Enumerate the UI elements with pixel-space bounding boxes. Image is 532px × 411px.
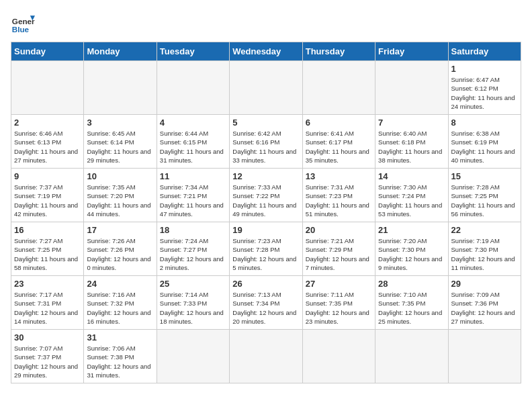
page-header: General Blue xyxy=(11,11,521,35)
day-info: Sunrise: 7:14 AM Sunset: 7:33 PM Dayligh… xyxy=(160,290,226,326)
day-cell: 6Sunrise: 6:41 AM Sunset: 6:17 PM Daylig… xyxy=(302,115,375,169)
day-cell: 19Sunrise: 7:23 AM Sunset: 7:28 PM Dayli… xyxy=(230,222,302,276)
day-info: Sunrise: 7:30 AM Sunset: 7:24 PM Dayligh… xyxy=(378,183,445,218)
day-number: 24 xyxy=(87,279,153,289)
day-cell: 26Sunrise: 7:13 AM Sunset: 7:34 PM Dayli… xyxy=(230,276,302,330)
day-info: Sunrise: 6:38 AM Sunset: 6:19 PM Dayligh… xyxy=(451,129,518,165)
day-number: 14 xyxy=(378,171,445,181)
day-cell: 18Sunrise: 7:24 AM Sunset: 7:27 PM Dayli… xyxy=(157,222,229,276)
day-cell: 16Sunrise: 7:27 AM Sunset: 7:25 PM Dayli… xyxy=(11,222,84,276)
day-info: Sunrise: 7:28 AM Sunset: 7:25 PM Dayligh… xyxy=(451,183,518,218)
day-cell: 15Sunrise: 7:28 AM Sunset: 7:25 PM Dayli… xyxy=(448,169,521,222)
day-cell: 17Sunrise: 7:26 AM Sunset: 7:26 PM Dayli… xyxy=(84,222,157,276)
day-cell xyxy=(302,330,375,383)
day-cell: 20Sunrise: 7:21 AM Sunset: 7:29 PM Dayli… xyxy=(302,222,375,276)
day-cell: 10Sunrise: 7:35 AM Sunset: 7:20 PM Dayli… xyxy=(84,169,157,222)
day-info: Sunrise: 7:24 AM Sunset: 7:27 PM Dayligh… xyxy=(160,236,226,272)
day-number: 5 xyxy=(232,118,299,128)
day-cell: 23Sunrise: 7:17 AM Sunset: 7:31 PM Dayli… xyxy=(11,276,84,330)
day-cell: 12Sunrise: 7:33 AM Sunset: 7:22 PM Dayli… xyxy=(230,169,302,222)
day-cell: 5Sunrise: 6:42 AM Sunset: 6:16 PM Daylig… xyxy=(230,115,302,169)
day-cell xyxy=(157,61,229,115)
day-cell xyxy=(448,330,521,383)
day-number: 4 xyxy=(160,118,226,128)
day-number: 21 xyxy=(378,225,445,235)
day-cell xyxy=(11,61,84,115)
day-number: 17 xyxy=(87,225,153,235)
day-cell xyxy=(230,330,302,383)
day-number: 10 xyxy=(87,171,153,181)
day-info: Sunrise: 6:40 AM Sunset: 6:18 PM Dayligh… xyxy=(378,129,445,165)
day-info: Sunrise: 6:46 AM Sunset: 6:13 PM Dayligh… xyxy=(14,129,81,165)
logo: General Blue xyxy=(11,11,35,35)
day-info: Sunrise: 7:21 AM Sunset: 7:29 PM Dayligh… xyxy=(306,236,372,272)
day-info: Sunrise: 7:27 AM Sunset: 7:25 PM Dayligh… xyxy=(14,236,81,272)
weekday-header-saturday: Saturday xyxy=(448,42,521,61)
day-cell: 14Sunrise: 7:30 AM Sunset: 7:24 PM Dayli… xyxy=(375,169,448,222)
day-cell xyxy=(302,61,375,115)
week-row-1: 1Sunrise: 6:47 AM Sunset: 6:12 PM Daylig… xyxy=(11,61,521,115)
day-cell: 7Sunrise: 6:40 AM Sunset: 6:18 PM Daylig… xyxy=(375,115,448,169)
week-row-3: 9Sunrise: 7:37 AM Sunset: 7:19 PM Daylig… xyxy=(11,169,521,222)
svg-text:Blue: Blue xyxy=(12,25,30,34)
day-cell xyxy=(375,330,448,383)
day-number: 28 xyxy=(378,279,445,289)
day-info: Sunrise: 7:16 AM Sunset: 7:32 PM Dayligh… xyxy=(87,290,153,326)
day-number: 19 xyxy=(232,225,299,235)
day-cell: 27Sunrise: 7:11 AM Sunset: 7:35 PM Dayli… xyxy=(302,276,375,330)
day-info: Sunrise: 7:33 AM Sunset: 7:22 PM Dayligh… xyxy=(232,183,299,218)
day-number: 15 xyxy=(451,171,518,181)
day-number: 9 xyxy=(14,171,81,181)
day-info: Sunrise: 7:13 AM Sunset: 7:34 PM Dayligh… xyxy=(232,290,299,326)
day-number: 29 xyxy=(451,279,518,289)
logo-icon: General Blue xyxy=(11,11,35,35)
day-number: 27 xyxy=(306,279,372,289)
day-info: Sunrise: 7:11 AM Sunset: 7:35 PM Dayligh… xyxy=(306,290,372,326)
day-cell: 24Sunrise: 7:16 AM Sunset: 7:32 PM Dayli… xyxy=(84,276,157,330)
day-info: Sunrise: 6:45 AM Sunset: 6:14 PM Dayligh… xyxy=(87,129,153,165)
day-info: Sunrise: 7:07 AM Sunset: 7:37 PM Dayligh… xyxy=(14,344,81,379)
day-info: Sunrise: 7:17 AM Sunset: 7:31 PM Dayligh… xyxy=(14,290,81,326)
calendar-table: SundayMondayTuesdayWednesdayThursdayFrid… xyxy=(11,42,521,383)
day-number: 23 xyxy=(14,279,81,289)
week-row-5: 23Sunrise: 7:17 AM Sunset: 7:31 PM Dayli… xyxy=(11,276,521,330)
day-info: Sunrise: 7:23 AM Sunset: 7:28 PM Dayligh… xyxy=(232,236,299,272)
day-info: Sunrise: 6:44 AM Sunset: 6:15 PM Dayligh… xyxy=(160,129,226,165)
day-info: Sunrise: 7:06 AM Sunset: 7:38 PM Dayligh… xyxy=(87,344,153,379)
day-number: 25 xyxy=(160,279,226,289)
day-cell xyxy=(230,61,302,115)
weekday-header-tuesday: Tuesday xyxy=(157,42,229,61)
day-number: 2 xyxy=(14,118,81,128)
day-cell: 29Sunrise: 7:09 AM Sunset: 7:36 PM Dayli… xyxy=(448,276,521,330)
weekday-header-row: SundayMondayTuesdayWednesdayThursdayFrid… xyxy=(11,42,521,61)
day-info: Sunrise: 7:34 AM Sunset: 7:21 PM Dayligh… xyxy=(160,183,226,218)
weekday-header-thursday: Thursday xyxy=(302,42,375,61)
weekday-header-wednesday: Wednesday xyxy=(230,42,302,61)
day-cell: 31Sunrise: 7:06 AM Sunset: 7:38 PM Dayli… xyxy=(84,330,157,383)
day-cell: 30Sunrise: 7:07 AM Sunset: 7:37 PM Dayli… xyxy=(11,330,84,383)
day-cell: 11Sunrise: 7:34 AM Sunset: 7:21 PM Dayli… xyxy=(157,169,229,222)
day-number: 13 xyxy=(306,171,372,181)
day-cell: 28Sunrise: 7:10 AM Sunset: 7:35 PM Dayli… xyxy=(375,276,448,330)
day-info: Sunrise: 6:47 AM Sunset: 6:12 PM Dayligh… xyxy=(451,75,518,111)
day-cell: 21Sunrise: 7:20 AM Sunset: 7:30 PM Dayli… xyxy=(375,222,448,276)
day-info: Sunrise: 7:10 AM Sunset: 7:35 PM Dayligh… xyxy=(378,290,445,326)
week-row-4: 16Sunrise: 7:27 AM Sunset: 7:25 PM Dayli… xyxy=(11,222,521,276)
day-number: 22 xyxy=(451,225,518,235)
day-info: Sunrise: 6:41 AM Sunset: 6:17 PM Dayligh… xyxy=(306,129,372,165)
day-number: 7 xyxy=(378,118,445,128)
weekday-header-friday: Friday xyxy=(375,42,448,61)
day-cell: 1Sunrise: 6:47 AM Sunset: 6:12 PM Daylig… xyxy=(448,61,521,115)
day-number: 11 xyxy=(160,171,226,181)
week-row-2: 2Sunrise: 6:46 AM Sunset: 6:13 PM Daylig… xyxy=(11,115,521,169)
day-number: 18 xyxy=(160,225,226,235)
day-number: 3 xyxy=(87,118,153,128)
day-number: 6 xyxy=(306,118,372,128)
day-info: Sunrise: 7:09 AM Sunset: 7:36 PM Dayligh… xyxy=(451,290,518,326)
day-info: Sunrise: 7:20 AM Sunset: 7:30 PM Dayligh… xyxy=(378,236,445,272)
day-cell: 2Sunrise: 6:46 AM Sunset: 6:13 PM Daylig… xyxy=(11,115,84,169)
day-cell: 22Sunrise: 7:19 AM Sunset: 7:30 PM Dayli… xyxy=(448,222,521,276)
day-number: 8 xyxy=(451,118,518,128)
day-number: 12 xyxy=(232,171,299,181)
day-info: Sunrise: 7:35 AM Sunset: 7:20 PM Dayligh… xyxy=(87,183,153,218)
